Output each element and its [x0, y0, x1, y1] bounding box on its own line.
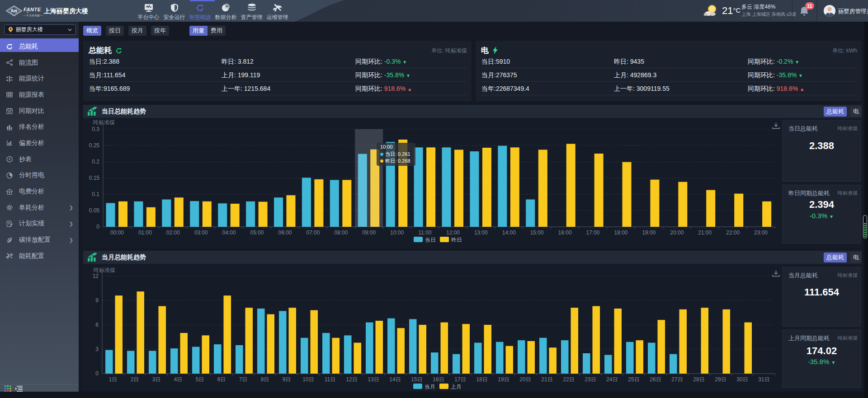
svg-text:24日: 24日	[606, 376, 618, 383]
svg-text:1日: 1日	[109, 376, 118, 383]
svg-text:3: 3	[95, 346, 99, 352]
svg-text:30日: 30日	[736, 376, 748, 383]
svg-text:5日: 5日	[196, 376, 204, 383]
svg-text:0: 0	[95, 370, 99, 377]
svg-text:0.2: 0.2	[92, 159, 99, 165]
svg-text:上月: 上月	[451, 384, 462, 390]
svg-text:22日: 22日	[563, 376, 574, 383]
svg-text:0.1: 0.1	[92, 191, 99, 197]
svg-text:14:00: 14:00	[502, 229, 516, 236]
svg-text:26日: 26日	[650, 376, 661, 383]
svg-text:09:00: 09:00	[362, 229, 376, 236]
svg-text:7日: 7日	[239, 376, 248, 383]
svg-text:13日: 13日	[368, 376, 379, 383]
svg-text:17:00: 17:00	[586, 229, 599, 236]
svg-text:0: 0	[96, 224, 99, 230]
svg-text:20日: 20日	[519, 376, 531, 383]
svg-text:0.15: 0.15	[89, 175, 100, 181]
svg-text:8日: 8日	[261, 376, 269, 383]
svg-text:12:00: 12:00	[446, 229, 460, 236]
svg-text:27日: 27日	[671, 376, 683, 383]
svg-text:21:00: 21:00	[698, 229, 712, 236]
svg-text:9日: 9日	[283, 376, 291, 383]
svg-text:23:00: 23:00	[754, 229, 768, 236]
svg-text:0.3: 0.3	[92, 126, 99, 132]
svg-text:6日: 6日	[217, 376, 226, 383]
svg-text:31日: 31日	[758, 376, 769, 383]
svg-text:当日: 当日	[425, 237, 436, 243]
svg-text:18:00: 18:00	[614, 229, 627, 236]
svg-text:16:00: 16:00	[558, 229, 572, 236]
svg-text:00:00: 00:00	[110, 229, 124, 236]
svg-text:风特: 风特	[10, 9, 18, 13]
svg-text:10:00: 10:00	[390, 229, 404, 236]
svg-text:11:00: 11:00	[418, 229, 431, 236]
svg-text:19:00: 19:00	[642, 229, 656, 236]
svg-text:07:00: 07:00	[306, 229, 320, 236]
svg-text:14日: 14日	[389, 376, 401, 383]
svg-text:25日: 25日	[628, 376, 639, 383]
svg-text:08:00: 08:00	[334, 229, 348, 236]
svg-text:4日: 4日	[174, 376, 183, 383]
svg-text:12: 12	[93, 273, 99, 279]
svg-text:23日: 23日	[585, 376, 596, 383]
svg-text:29日: 29日	[715, 376, 726, 383]
svg-text:02:00: 02:00	[166, 229, 180, 236]
svg-text:22:00: 22:00	[726, 229, 740, 236]
svg-text:20:00: 20:00	[670, 229, 684, 236]
svg-text:9: 9	[95, 297, 99, 304]
svg-text:0.25: 0.25	[89, 142, 100, 149]
svg-text:21日: 21日	[541, 376, 552, 383]
svg-text:0.05: 0.05	[89, 207, 100, 214]
svg-text:FANTE: FANTE	[24, 7, 41, 12]
svg-text:11日: 11日	[325, 376, 335, 383]
svg-text:19日: 19日	[498, 376, 509, 383]
svg-text:12日: 12日	[346, 376, 357, 383]
svg-text:06:00: 06:00	[278, 229, 292, 236]
svg-text:05:00: 05:00	[250, 229, 264, 236]
svg-text:15日: 15日	[411, 376, 422, 383]
svg-text:10日: 10日	[302, 376, 314, 383]
svg-text:16日: 16日	[433, 376, 444, 383]
svg-text:28日: 28日	[693, 376, 704, 383]
svg-text:01:00: 01:00	[138, 229, 152, 236]
svg-text:3日: 3日	[152, 376, 161, 383]
svg-text:13:00: 13:00	[474, 229, 488, 236]
svg-text:吨标准煤: 吨标准煤	[94, 267, 115, 273]
svg-text:03:00: 03:00	[194, 229, 208, 236]
svg-text:—专业而卓越/—: —专业而卓越/—	[24, 14, 43, 17]
svg-text:2日: 2日	[131, 376, 139, 383]
svg-text:18日: 18日	[476, 376, 487, 383]
svg-text:昨日: 昨日	[451, 237, 462, 243]
svg-text:17日: 17日	[454, 376, 466, 383]
svg-text:当月: 当月	[425, 384, 435, 390]
svg-text:04:00: 04:00	[222, 229, 236, 236]
svg-text:6: 6	[95, 322, 99, 328]
svg-text:15:00: 15:00	[530, 229, 544, 236]
svg-text:吨标准煤: 吨标准煤	[93, 119, 115, 126]
